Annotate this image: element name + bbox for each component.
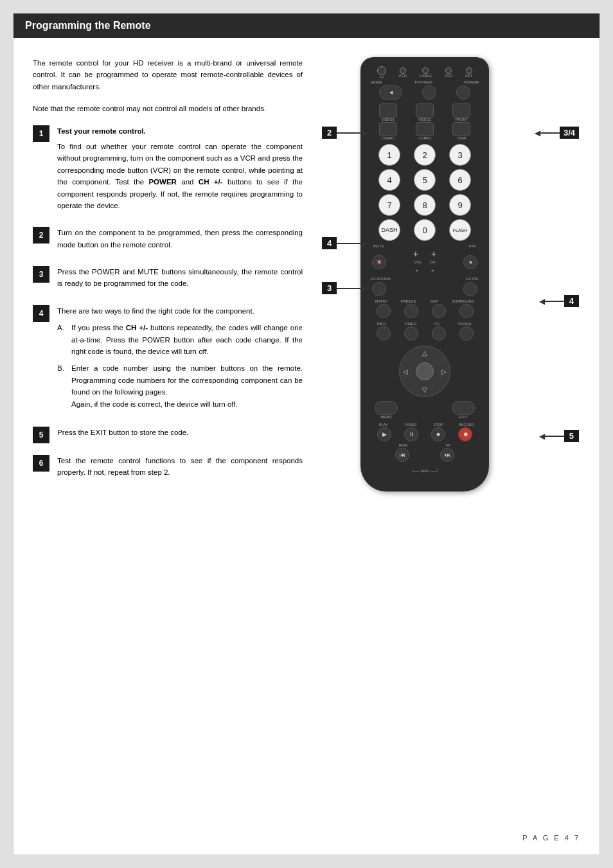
step-text-2: Turn on the component to be programmed, …	[57, 227, 303, 254]
ann-label-3: 3	[322, 282, 337, 294]
num-9-button[interactable]: 9	[449, 194, 471, 216]
freeze-label: FREEZE	[401, 299, 416, 303]
exit-button[interactable]	[452, 401, 475, 415]
step-6: 6 Test the remote control functions to s…	[33, 455, 303, 483]
step-num-2: 2	[33, 227, 49, 244]
ann-arrow-34: ◀	[535, 128, 540, 137]
num-2-button[interactable]: 2	[414, 144, 436, 166]
ratio-row-btns	[367, 304, 483, 318]
flash-button[interactable]: FLASH	[449, 219, 471, 241]
ann-line-4l	[337, 243, 362, 244]
ezsound-ezpic-labels: EZ SOUND EZ PIC	[367, 277, 483, 281]
nav-right-button[interactable]: ▷	[441, 368, 447, 375]
step-5: 5 Press the EXIT button to store the cod…	[33, 427, 303, 443]
record-button[interactable]: ⏺	[458, 427, 472, 441]
intro-para2: Note that the remote control may not con…	[33, 103, 303, 114]
ann-arrow-3: ▶	[362, 284, 368, 293]
fav-button[interactable]: ★	[463, 255, 477, 269]
step-num-4: 4	[33, 305, 49, 322]
mute-button[interactable]: 🔇	[372, 255, 386, 269]
section-labels-row: MODE TV/VIDEO POWER	[367, 80, 483, 84]
comp1-button[interactable]	[379, 122, 397, 136]
ann-arrow-4l: ▶	[362, 239, 368, 248]
num-1-button[interactable]: 1	[378, 144, 400, 166]
sat-indicator	[466, 67, 472, 74]
menu-button[interactable]	[375, 401, 398, 415]
comp-row: COMP1 COMP2 HDMI	[367, 122, 483, 140]
sap-button[interactable]	[432, 304, 446, 318]
nav-down-button[interactable]: ▽	[422, 386, 427, 393]
annotation-4-left: 4 ▶	[322, 237, 368, 249]
vcr-indicator	[400, 67, 406, 74]
freeze-button[interactable]	[404, 304, 418, 318]
power-section-label: POWER	[464, 80, 479, 84]
vol-plus[interactable]: +	[413, 249, 418, 259]
signal-button[interactable]	[459, 326, 474, 341]
tv-video-button[interactable]	[422, 85, 436, 100]
num-4-button[interactable]: 4	[378, 169, 400, 191]
cable-indicator	[422, 67, 429, 74]
video2-button[interactable]	[416, 103, 434, 118]
ezpic-button[interactable]	[463, 282, 477, 296]
info-button[interactable]	[377, 326, 391, 341]
intro-para1: The remote control for your HD receiver …	[33, 57, 303, 93]
num-5-button[interactable]: 5	[414, 169, 436, 191]
nav-up-button[interactable]: △	[422, 350, 427, 357]
play-button[interactable]: ▶	[377, 427, 391, 441]
signal-label: SIGNAL	[458, 322, 472, 326]
video1-label: VIDEO1	[382, 118, 395, 121]
rew-button[interactable]: ⏮	[395, 448, 409, 462]
step-text-5: Press the EXIT button to store the code.	[57, 427, 188, 442]
step-text-4: There are two ways to find the right cod…	[57, 305, 303, 415]
menu-group: MENU	[375, 401, 398, 419]
step-num-1: 1	[33, 125, 49, 142]
page: Programming the Remote The remote contro…	[13, 13, 600, 855]
play-label: PLAY	[375, 423, 392, 427]
mode-section-label: MODE	[371, 80, 382, 84]
cc-button[interactable]	[432, 326, 446, 341]
num-8-button[interactable]: 8	[414, 194, 436, 216]
num-3-button[interactable]: 3	[449, 144, 471, 166]
front-label: FRONT	[456, 118, 468, 121]
sub-item-b: B. Enter a code number using the number …	[57, 362, 303, 410]
step-1: 1 Test your remote control. To find out …	[33, 125, 303, 216]
ch-minus[interactable]: -	[431, 265, 434, 276]
power-button[interactable]	[456, 85, 470, 100]
surround-button[interactable]	[459, 304, 474, 318]
video1-group: VIDEO1	[379, 103, 397, 121]
timer-button[interactable]	[404, 326, 418, 341]
video1-button[interactable]	[379, 103, 397, 118]
pause-button[interactable]: ⏸	[404, 427, 418, 441]
stop-button[interactable]: ■	[431, 427, 445, 441]
transport-labels-row: PLAY PAUSE STOP RECORD	[367, 423, 483, 427]
dash-button[interactable]: DASH	[378, 219, 400, 241]
front-button[interactable]	[452, 103, 470, 118]
main-buttons-row[interactable]: ◀	[367, 85, 483, 100]
ratio-button[interactable]	[377, 304, 391, 318]
mute-section-label: MUTE	[373, 244, 384, 248]
num-6-button[interactable]: 6	[449, 169, 471, 191]
ch-plus[interactable]: +	[431, 249, 436, 259]
mute-volch-fav-row: 🔇 + + VOL CH -	[367, 249, 483, 276]
sub-label-a: A.	[57, 322, 66, 357]
transport-btns-row: ▶ ⏸ ■ ⏺	[367, 427, 483, 441]
comp2-button[interactable]	[416, 122, 434, 136]
mode-button[interactable]: ◀	[379, 85, 402, 100]
nav-left-button[interactable]: ◁	[403, 368, 408, 375]
num-0-button[interactable]: 0	[414, 219, 436, 241]
ann-label-4r: 4	[564, 295, 579, 307]
vol-minus[interactable]: -	[415, 265, 418, 276]
video2-group: VIDEO2	[416, 103, 434, 121]
volch-labels: VOL CH	[414, 260, 436, 264]
step-num-5: 5	[33, 427, 49, 443]
sub-label-b: B.	[57, 362, 66, 410]
cc-label: CC	[434, 322, 440, 326]
nav-ok-button[interactable]	[416, 362, 434, 380]
ff-button[interactable]: ⏭	[440, 448, 454, 462]
ann-label-34: 3/4	[560, 127, 579, 139]
mode-tv: TV	[377, 66, 386, 79]
num-7-button[interactable]: 7	[378, 194, 400, 216]
ezsound-button[interactable]	[372, 282, 386, 296]
hdmi-button[interactable]	[452, 122, 470, 136]
ann-arrow-5: ◀	[539, 432, 545, 441]
